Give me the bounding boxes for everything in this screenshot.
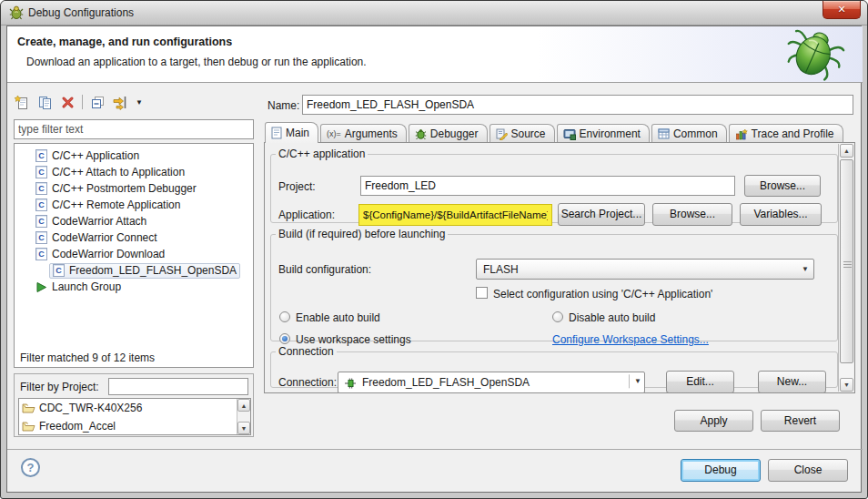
c-application-icon: C [35, 149, 47, 162]
scroll-down-icon[interactable]: ▼ [237, 422, 250, 434]
launch-group-icon [35, 281, 47, 293]
application-label: Application: [278, 209, 335, 221]
disable-auto-build-label: Disable auto build [569, 311, 655, 324]
tree-item-cpp-attach[interactable]: C C/C++ Attach to Application [15, 164, 253, 180]
project-item-freedom-accel[interactable]: Freedom_Accel [19, 417, 250, 435]
cpp-application-group: C/C++ application Project: Browse... App… [270, 148, 838, 223]
banner-subtitle: Download an application to a target, the… [26, 56, 367, 68]
debug-configurations-window: Debug Configurations ✕ Create, manage, a… [0, 0, 868, 499]
window-title: Debug Configurations [28, 6, 134, 19]
arguments-tab-icon: (x)= [327, 129, 341, 138]
use-workspace-settings-radio[interactable] [279, 333, 290, 344]
connection-group: Connection Connection: Freedom_LED_FLASH… [270, 345, 838, 388]
tree-item-codewarrior-connect[interactable]: C CodeWarrior Connect [15, 229, 253, 246]
project-browse-button[interactable]: Browse... [744, 175, 821, 197]
chevron-down-icon: ▼ [802, 264, 809, 272]
enable-auto-build-label: Enable auto build [296, 311, 380, 324]
filter-by-project-label: Filter by Project: [20, 381, 99, 393]
help-button[interactable]: ? [21, 458, 40, 477]
build-before-launching-group: Build (if required) before launching Bui… [270, 228, 838, 341]
tab-trace-and-profile[interactable]: Trace and Profile [729, 124, 843, 143]
collapse-all-icon[interactable] [89, 94, 106, 110]
tree-item-codewarrior-attach[interactable]: C CodeWarrior Attach [15, 213, 253, 229]
close-button[interactable]: Close [768, 459, 848, 482]
apply-button[interactable]: Apply [674, 410, 753, 432]
project-input[interactable] [360, 176, 735, 196]
bug-title-icon [9, 5, 24, 20]
folder-icon [22, 402, 35, 414]
menu-dropdown-icon[interactable]: ▼ [135, 94, 144, 110]
c-application-icon: C [35, 248, 47, 260]
application-input[interactable] [358, 204, 552, 226]
enable-auto-build-radio[interactable] [279, 311, 290, 322]
tree-item-cpp-postmortem[interactable]: C C/C++ Postmortem Debugger [15, 180, 253, 197]
cpp-application-legend: C/C++ application [276, 148, 368, 160]
header-banner: Create, manage, and run configurations D… [7, 26, 863, 83]
chevron-down-icon: ▼ [629, 374, 641, 388]
tab-main[interactable]: Main [265, 122, 318, 143]
project-list-scrollbar[interactable]: ▲ ▼ [237, 399, 250, 434]
build-group-legend: Build (if required) before launching [276, 228, 448, 240]
project-item-cdc-twr[interactable]: CDC_TWR-K40X256 [19, 399, 250, 417]
revert-button[interactable]: Revert [761, 410, 840, 432]
c-application-icon: C [35, 215, 47, 228]
filter-by-project-input[interactable] [108, 378, 248, 395]
tree-item-freedom-led-flash-opensda[interactable]: C Freedom_LED_FLASH_OpenSDA [15, 262, 253, 279]
project-label: Project: [278, 180, 316, 193]
debug-button[interactable]: Debug [681, 459, 761, 482]
c-application-icon: C [35, 182, 47, 195]
trace-and-profile-tab-icon [735, 128, 748, 140]
debugger-tab-icon [415, 128, 427, 140]
connection-select[interactable]: Freedom_LED_FLASH_OpenSDA ▼ [338, 372, 645, 393]
new-connection-button[interactable]: New... [758, 371, 826, 393]
footer-separator [7, 449, 863, 450]
common-tab-icon [658, 128, 670, 139]
type-filter-input[interactable] [14, 119, 254, 139]
scroll-down-icon[interactable]: ▼ [840, 378, 853, 392]
tab-source[interactable]: Source [490, 124, 555, 143]
window-close-button[interactable]: ✕ [823, 1, 861, 19]
banner-title: Create, manage, and run configurations [17, 36, 232, 48]
c-application-icon: C [35, 199, 47, 211]
tree-item-launch-group[interactable]: Launch Group [15, 279, 253, 295]
tab-arguments[interactable]: (x)= Arguments [320, 124, 407, 143]
filter-matched-status: Filter matched 9 of 12 items [20, 351, 155, 364]
c-application-icon: C [35, 166, 47, 178]
toolbar-separator [82, 95, 83, 109]
tree-item-cpp-remote[interactable]: C C/C++ Remote Application [15, 197, 253, 213]
tab-common[interactable]: Common [651, 124, 727, 143]
filter-by-project-section: Filter by Project: CDC_TWR-K40X256 Freed… [14, 373, 254, 437]
filter-launch-configurations-icon[interactable] [112, 94, 128, 110]
search-project-button[interactable]: Search Project... [558, 203, 645, 226]
project-list: CDC_TWR-K40X256 Freedom_Accel ▲ ▼ [18, 398, 251, 435]
disable-auto-build-radio[interactable] [552, 311, 563, 322]
tree-item-codewarrior-download[interactable]: C CodeWarrior Download [15, 246, 253, 262]
configurations-toolbar: ▼ [14, 92, 144, 112]
select-configuration-checkbox-label: Select configuration using 'C/C++ Applic… [493, 288, 712, 300]
c-application-icon: C [35, 231, 47, 244]
configure-workspace-settings-link[interactable]: Configure Workspace Settings... [552, 333, 709, 346]
new-configuration-icon[interactable] [14, 94, 30, 110]
c-application-icon: C [53, 264, 65, 277]
duplicate-icon[interactable] [36, 94, 53, 110]
config-tabs: Main (x)= Arguments Debugger Source [265, 122, 845, 143]
content-scrollbar[interactable]: ▲ ▼ [838, 144, 853, 392]
tab-environment[interactable]: Environment [557, 124, 650, 143]
folder-icon [22, 421, 35, 433]
connection-legend: Connection [276, 345, 337, 358]
application-browse-button[interactable]: Browse... [652, 203, 732, 226]
select-configuration-checkbox[interactable] [476, 287, 488, 299]
name-input[interactable] [302, 95, 853, 115]
variables-button[interactable]: Variables... [740, 203, 822, 226]
tree-item-cpp-application[interactable]: C C/C++ Application [15, 148, 253, 164]
delete-icon[interactable] [59, 94, 76, 110]
connection-label: Connection: [278, 376, 337, 389]
scrollbar-thumb[interactable] [840, 159, 853, 363]
tab-debugger[interactable]: Debugger [409, 124, 488, 143]
scroll-up-icon[interactable]: ▲ [840, 144, 853, 158]
scroll-up-icon[interactable]: ▲ [237, 399, 250, 412]
edit-connection-button[interactable]: Edit... [666, 371, 734, 393]
build-configuration-select[interactable]: FLASH ▼ [476, 259, 814, 280]
main-tab-icon [271, 127, 282, 139]
titlebar[interactable]: Debug Configurations ✕ [1, 1, 867, 25]
